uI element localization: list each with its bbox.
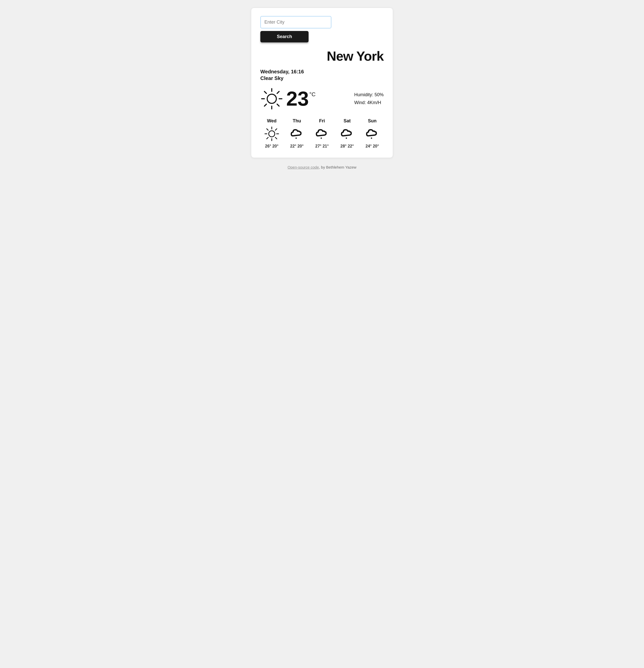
forecast-day-thu: Thu 22° 20° xyxy=(285,118,308,149)
svg-point-21 xyxy=(371,138,372,139)
forecast-temps-fri: 27° 21° xyxy=(315,144,329,149)
weather-main: 23 °C Humidity: 50% Wind: 4Km/H xyxy=(260,87,384,110)
forecast-temps-sat: 28° 22° xyxy=(341,144,354,149)
svg-point-18 xyxy=(296,138,297,139)
forecast-icon-fri xyxy=(314,126,330,141)
forecast-section: Wed 26° 20° Thu xyxy=(260,118,384,149)
svg-point-17 xyxy=(269,131,275,137)
open-source-link[interactable]: Open-source code xyxy=(287,165,319,169)
date-description: Wednesday, 16:16 Clear Sky xyxy=(260,68,384,81)
forecast-icon-sun xyxy=(365,126,380,141)
svg-point-19 xyxy=(321,138,322,139)
forecast-day-sun: Sun 24° 20° xyxy=(361,118,384,149)
forecast-temps-sun: 24° 20° xyxy=(366,144,379,149)
weather-card: Search New York Wednesday, 16:16 Clear S… xyxy=(251,7,393,158)
search-area: Search xyxy=(260,16,384,42)
forecast-icon-wed xyxy=(264,126,279,141)
forecast-day-name-wed: Wed xyxy=(267,118,277,124)
temperature-display: 23 °C xyxy=(286,89,316,109)
forecast-temps-wed: 26° 20° xyxy=(265,144,279,149)
weather-details: Humidity: 50% Wind: 4Km/H xyxy=(354,91,384,106)
svg-point-20 xyxy=(346,138,347,139)
forecast-day-fri: Fri 27° 21° xyxy=(311,118,333,149)
temp-value: 23 xyxy=(286,89,309,109)
svg-line-13 xyxy=(267,129,268,130)
svg-line-7 xyxy=(264,104,266,106)
svg-line-6 xyxy=(277,91,279,93)
weather-description: Clear Sky xyxy=(260,75,384,81)
wind-value: Wind: 4Km/H xyxy=(354,99,384,107)
svg-line-14 xyxy=(275,137,277,139)
temp-unit: °C xyxy=(309,91,316,98)
forecast-day-name-sun: Sun xyxy=(368,118,377,124)
city-name: New York xyxy=(260,48,384,64)
forecast-day-name-sat: Sat xyxy=(344,118,351,124)
city-input[interactable] xyxy=(260,16,331,28)
footer-author: , by Bethlehem Yazew xyxy=(319,165,357,169)
humidity-value: Humidity: 50% xyxy=(354,91,384,99)
svg-line-5 xyxy=(277,104,279,106)
search-button[interactable]: Search xyxy=(260,31,309,42)
sun-icon xyxy=(260,87,283,110)
svg-line-4 xyxy=(264,91,266,93)
footer: Open-source code, by Bethlehem Yazew xyxy=(287,165,356,169)
forecast-temps-thu: 22° 20° xyxy=(290,144,304,149)
svg-line-15 xyxy=(275,129,277,130)
forecast-icon-sat xyxy=(340,126,355,141)
forecast-day-wed: Wed 26° 20° xyxy=(260,118,283,149)
svg-line-16 xyxy=(267,137,268,139)
forecast-day-name-thu: Thu xyxy=(293,118,301,124)
forecast-icon-thu xyxy=(289,126,304,141)
date-time: Wednesday, 16:16 xyxy=(260,68,384,75)
forecast-day-name-fri: Fri xyxy=(319,118,325,124)
forecast-day-sat: Sat 28° 22° xyxy=(336,118,359,149)
svg-point-8 xyxy=(267,94,276,103)
